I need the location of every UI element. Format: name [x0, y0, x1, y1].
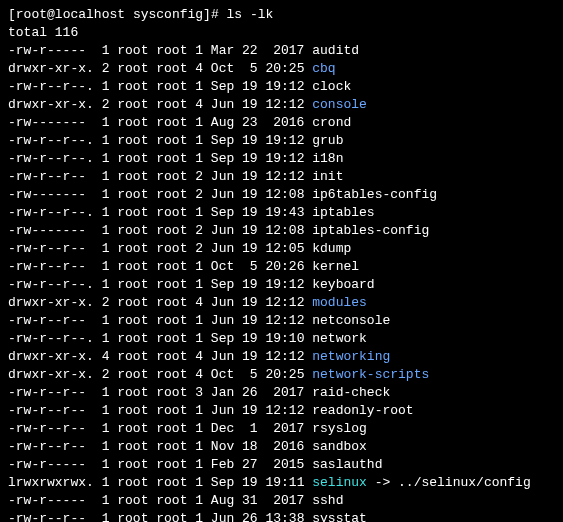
day: 5 [242, 258, 258, 276]
perm: -rw------- [8, 114, 94, 132]
filename: network-scripts [312, 367, 429, 382]
group: root [156, 402, 195, 420]
perm: -rw-r--r-- [8, 168, 94, 186]
time: 19:12 [258, 150, 305, 168]
filename: sshd [312, 493, 343, 508]
size: 1 [195, 402, 203, 420]
month: Sep [211, 150, 242, 168]
group: root [156, 348, 195, 366]
group: root [156, 366, 195, 384]
time: 20:25 [258, 60, 305, 78]
filename: keyboard [312, 277, 374, 292]
perm: -rw-r--r-- [8, 312, 94, 330]
group: root [156, 186, 195, 204]
time: 2015 [258, 456, 305, 474]
time: 19:11 [258, 474, 305, 492]
day: 19 [242, 132, 258, 150]
day: 5 [242, 366, 258, 384]
filename: iptables [312, 205, 374, 220]
filename: crond [312, 115, 351, 130]
perm: drwxr-xr-x. [8, 96, 94, 114]
day: 19 [242, 168, 258, 186]
links: 1 [102, 222, 110, 240]
perm: -rw-r--r-- [8, 510, 94, 522]
group: root [156, 474, 195, 492]
month: Nov [211, 438, 242, 456]
group: root [156, 150, 195, 168]
perm: -rw-r--r-- [8, 384, 94, 402]
links: 2 [102, 60, 110, 78]
day: 18 [242, 438, 258, 456]
links: 1 [102, 402, 110, 420]
time: 12:12 [258, 96, 305, 114]
month: Jun [211, 222, 242, 240]
day: 19 [242, 402, 258, 420]
month: Jun [211, 312, 242, 330]
month: Sep [211, 78, 242, 96]
perm: -rw------- [8, 186, 94, 204]
list-item: -rw-r--r-- 1 rootroot2 Jun1912:12 init [8, 168, 555, 186]
time: 12:12 [258, 168, 305, 186]
filename: cbq [312, 61, 335, 76]
owner: root [117, 510, 156, 522]
prompt-symbol: # [211, 7, 219, 22]
filename: init [312, 169, 343, 184]
group: root [156, 222, 195, 240]
month: Dec [211, 420, 242, 438]
links: 2 [102, 294, 110, 312]
list-item: drwxr-xr-x. 2 rootroot4 Oct520:25 networ… [8, 366, 555, 384]
day: 22 [242, 42, 258, 60]
owner: root [117, 132, 156, 150]
size: 1 [195, 456, 203, 474]
filename: i18n [312, 151, 343, 166]
filename: rsyslog [312, 421, 367, 436]
month: Oct [211, 366, 242, 384]
time: 2016 [258, 438, 305, 456]
filename: iptables-config [312, 223, 429, 238]
time: 19:10 [258, 330, 305, 348]
filename: auditd [312, 43, 359, 58]
time: 12:08 [258, 222, 305, 240]
owner: root [117, 456, 156, 474]
group: root [156, 42, 195, 60]
filename: kernel [312, 259, 359, 274]
owner: root [117, 60, 156, 78]
filename: network [312, 331, 367, 346]
time: 12:12 [258, 348, 305, 366]
filename: sysstat [312, 511, 367, 522]
month: Jun [211, 186, 242, 204]
group: root [156, 132, 195, 150]
owner: root [117, 78, 156, 96]
day: 19 [242, 222, 258, 240]
month: Jun [211, 294, 242, 312]
time: 12:05 [258, 240, 305, 258]
list-item: drwxr-xr-x. 2 rootroot4 Oct520:25 cbq [8, 60, 555, 78]
size: 2 [195, 186, 203, 204]
size: 2 [195, 240, 203, 258]
perm: -rw-r----- [8, 492, 94, 510]
group: root [156, 204, 195, 222]
size: 2 [195, 168, 203, 186]
filename: saslauthd [312, 457, 382, 472]
size: 1 [195, 258, 203, 276]
owner: root [117, 186, 156, 204]
month: Aug [211, 492, 242, 510]
links: 1 [102, 150, 110, 168]
links: 1 [102, 474, 110, 492]
time: 2017 [258, 384, 305, 402]
owner: root [117, 420, 156, 438]
group: root [156, 438, 195, 456]
prompt-line[interactable]: [root@localhost sysconfig]# ls -lk [8, 6, 555, 24]
size: 1 [195, 492, 203, 510]
day: 19 [242, 78, 258, 96]
group: root [156, 384, 195, 402]
list-item: -rw-r--r-- 1 rootroot2 Jun1912:05 kdump [8, 240, 555, 258]
perm: drwxr-xr-x. [8, 60, 94, 78]
size: 1 [195, 438, 203, 456]
month: Sep [211, 330, 242, 348]
size: 1 [195, 474, 203, 492]
list-item: -rw-r----- 1 rootroot1 Mar222017 auditd [8, 42, 555, 60]
owner: root [117, 294, 156, 312]
size: 1 [195, 204, 203, 222]
perm: -rw-r--r--. [8, 132, 94, 150]
